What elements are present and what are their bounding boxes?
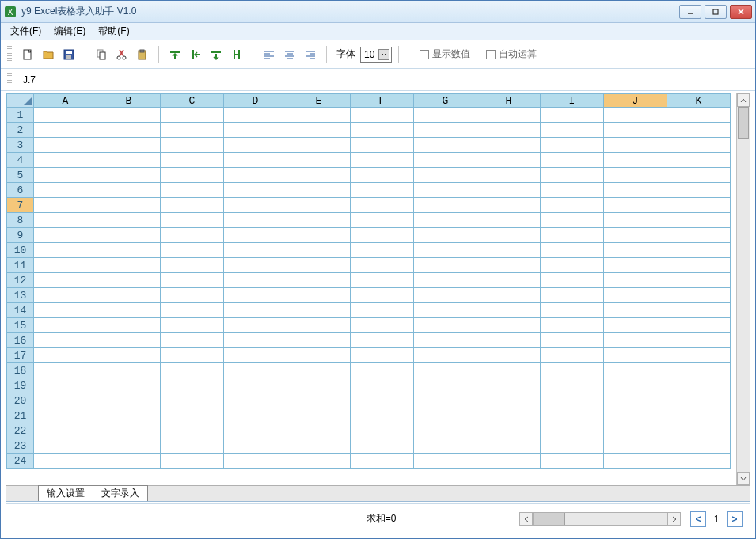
column-header-C[interactable]: C [161, 94, 224, 108]
cell-K16[interactable] [667, 333, 731, 348]
row-header-12[interactable]: 12 [7, 273, 34, 288]
cell-G8[interactable] [414, 213, 477, 228]
cell-F7[interactable] [351, 198, 414, 213]
cell-H10[interactable] [477, 243, 541, 258]
cell-D18[interactable] [224, 363, 287, 378]
cell-J17[interactable] [604, 348, 667, 363]
cell-C17[interactable] [161, 348, 224, 363]
cell-F20[interactable] [351, 393, 414, 408]
cell-J5[interactable] [604, 168, 667, 183]
row-header-2[interactable]: 2 [7, 123, 34, 138]
cell-J14[interactable] [604, 303, 667, 318]
cell-B13[interactable] [97, 288, 161, 303]
cell-F6[interactable] [351, 183, 414, 198]
cell-G15[interactable] [414, 318, 477, 333]
cell-E14[interactable] [287, 303, 351, 318]
cell-G20[interactable] [414, 393, 477, 408]
cell-C12[interactable] [161, 273, 224, 288]
cell-A7[interactable] [34, 198, 97, 213]
cell-E6[interactable] [287, 183, 351, 198]
cell-B15[interactable] [97, 318, 161, 333]
cell-E21[interactable] [287, 408, 351, 423]
menu-edit[interactable]: 编辑(E) [47, 23, 92, 40]
paste-button[interactable] [133, 45, 152, 64]
cell-I23[interactable] [541, 438, 604, 454]
cell-I2[interactable] [541, 123, 604, 138]
cell-F5[interactable] [351, 168, 414, 183]
cell-K11[interactable] [667, 258, 731, 273]
save-button[interactable] [59, 45, 78, 64]
cell-J1[interactable] [604, 108, 667, 123]
cell-K2[interactable] [667, 123, 731, 138]
cell-I17[interactable] [541, 348, 604, 363]
cell-G3[interactable] [414, 138, 477, 153]
cell-D20[interactable] [224, 393, 287, 408]
cell-I6[interactable] [541, 183, 604, 198]
cell-B1[interactable] [97, 108, 161, 123]
cell-G4[interactable] [414, 153, 477, 168]
cell-D9[interactable] [224, 228, 287, 243]
scroll-track[interactable] [533, 512, 667, 526]
cell-E2[interactable] [287, 123, 351, 138]
cell-A20[interactable] [34, 393, 97, 408]
cell-F18[interactable] [351, 363, 414, 378]
font-size-select[interactable]: 10 [360, 47, 392, 63]
cell-H3[interactable] [477, 138, 541, 153]
cell-K24[interactable] [667, 454, 731, 469]
cell-C4[interactable] [161, 153, 224, 168]
close-button[interactable] [730, 5, 752, 19]
cell-H1[interactable] [477, 108, 541, 123]
cell-A23[interactable] [34, 438, 97, 454]
scroll-thumb[interactable] [534, 513, 565, 525]
cell-K13[interactable] [667, 288, 731, 303]
cell-I11[interactable] [541, 258, 604, 273]
cell-A13[interactable] [34, 288, 97, 303]
cell-H7[interactable] [477, 198, 541, 213]
cell-D10[interactable] [224, 243, 287, 258]
new-file-button[interactable] [18, 45, 37, 64]
cell-I19[interactable] [541, 378, 604, 393]
cell-B6[interactable] [97, 183, 161, 198]
cell-J13[interactable] [604, 288, 667, 303]
cell-A6[interactable] [34, 183, 97, 198]
cell-D6[interactable] [224, 183, 287, 198]
align-left-button[interactable] [260, 45, 279, 64]
cell-K14[interactable] [667, 303, 731, 318]
row-header-17[interactable]: 17 [7, 348, 34, 363]
cell-F24[interactable] [351, 454, 414, 469]
cell-H8[interactable] [477, 213, 541, 228]
cell-E1[interactable] [287, 108, 351, 123]
cell-F22[interactable] [351, 423, 414, 438]
delete-col-button[interactable] [227, 45, 246, 64]
cell-K7[interactable] [667, 198, 731, 213]
cell-D3[interactable] [224, 138, 287, 153]
cell-J18[interactable] [604, 363, 667, 378]
cell-J4[interactable] [604, 153, 667, 168]
open-file-button[interactable] [39, 45, 58, 64]
cell-H21[interactable] [477, 408, 541, 423]
cell-E18[interactable] [287, 363, 351, 378]
row-header-15[interactable]: 15 [7, 318, 34, 333]
cell-F17[interactable] [351, 348, 414, 363]
cell-C13[interactable] [161, 288, 224, 303]
cell-K20[interactable] [667, 393, 731, 408]
cell-K8[interactable] [667, 213, 731, 228]
row-header-19[interactable]: 19 [7, 378, 34, 393]
cell-B3[interactable] [97, 138, 161, 153]
cell-C18[interactable] [161, 363, 224, 378]
scroll-right-button[interactable] [667, 512, 681, 526]
cell-F12[interactable] [351, 273, 414, 288]
cell-C7[interactable] [161, 198, 224, 213]
cell-F16[interactable] [351, 333, 414, 348]
cell-G16[interactable] [414, 333, 477, 348]
column-header-E[interactable]: E [287, 94, 351, 108]
scroll-left-button[interactable] [519, 512, 533, 526]
cell-G14[interactable] [414, 303, 477, 318]
cell-F9[interactable] [351, 228, 414, 243]
cell-A19[interactable] [34, 378, 97, 393]
cell-K10[interactable] [667, 243, 731, 258]
cell-A18[interactable] [34, 363, 97, 378]
cell-K6[interactable] [667, 183, 731, 198]
cell-C14[interactable] [161, 303, 224, 318]
row-header-10[interactable]: 10 [7, 243, 34, 258]
